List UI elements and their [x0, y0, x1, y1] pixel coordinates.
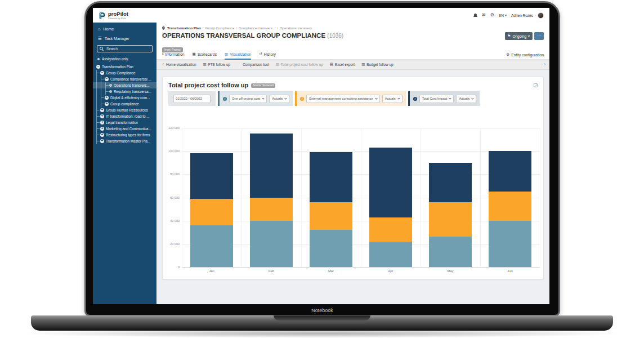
tab-history[interactable]: ↺History: [259, 52, 276, 60]
bar-segment-total-cost-impact[interactable]: [190, 153, 233, 198]
search-icon: [237, 63, 241, 66]
expand-node-icon[interactable]: +: [105, 102, 109, 106]
status-button[interactable]: ⚑ Ongoing: [505, 32, 533, 40]
tree-item-group-compliance[interactable]: −Group Compliance: [93, 70, 156, 76]
breadcrumb-item-transformation-plan[interactable]: Transformation Plan: [167, 26, 201, 30]
entity-configuration-label: Entity configuration: [511, 53, 544, 57]
mode-select[interactable]: Actuals: [382, 95, 402, 103]
subtab-label: Home visualisation: [166, 63, 196, 66]
expand-node-icon[interactable]: +: [100, 139, 104, 143]
user-name[interactable]: Adrien Rozès: [511, 14, 533, 17]
subtab-home-visualisation[interactable]: ⌂Home visualisation: [162, 63, 196, 66]
info-icon[interactable]: i: [300, 97, 304, 101]
sidebar-item-home[interactable]: ⌂ Home: [93, 24, 156, 34]
collapse-icon[interactable]: −: [100, 71, 104, 75]
metric-select[interactable]: Total Cost Impact: [419, 95, 454, 103]
mode-select[interactable]: Actuals: [269, 95, 289, 103]
language-selector[interactable]: EN: [499, 14, 507, 17]
tree-item-transformation-plan[interactable]: −Transformation Plan: [93, 64, 156, 70]
y-axis-tick: 100 000: [164, 149, 180, 153]
bar-segment-external-management-consulting-assistance[interactable]: [429, 202, 472, 237]
bar-segment-one-off-project-cost[interactable]: [310, 230, 352, 267]
sidebar-item-task-manager[interactable]: ☰ Task Manager: [93, 34, 156, 43]
collapse-icon[interactable]: −: [96, 65, 100, 69]
home-icon: ⌂: [162, 63, 164, 66]
metric-select[interactable]: External management consulting assistanc…: [306, 95, 379, 103]
bar-segment-external-management-consulting-assistance[interactable]: [310, 202, 352, 230]
subtab-label: Comparison tool: [243, 63, 269, 66]
tree-item-legal-transformation[interactable]: +Legal transformation: [93, 119, 156, 126]
bar-segment-external-management-consulting-assistance[interactable]: [489, 192, 531, 220]
bar-segment-one-off-project-cost[interactable]: [190, 225, 233, 267]
expand-node-icon[interactable]: +: [100, 121, 104, 124]
breadcrumb-item-operations-transvers[interactable]: Operations transvers...: [280, 26, 315, 30]
avatar[interactable]: [538, 12, 544, 19]
bar-segment-one-off-project-cost[interactable]: [369, 242, 412, 267]
bar-segment-one-off-project-cost[interactable]: [429, 237, 472, 267]
tree-item-operations-transvers[interactable]: Operations transvers...: [93, 82, 156, 88]
metric-select[interactable]: One off project cost: [229, 95, 267, 103]
tabs-row: ℹInformation▦Scorecards▥Visualization↺Hi…: [156, 50, 549, 60]
tree-item-restructuring-types-for-firms[interactable]: +Restructuring types for firms: [93, 132, 156, 138]
mail-icon[interactable]: ✉: [482, 13, 486, 17]
date-range-input[interactable]: [173, 95, 211, 103]
tabs: ℹInformation▦Scorecards▥Visualization↺Hi…: [162, 52, 276, 59]
more-actions-button[interactable]: ⋯: [534, 32, 544, 40]
expand-node-icon[interactable]: +: [100, 108, 104, 112]
gears-icon: ⚙: [506, 53, 509, 57]
tree-item-label: Transformation Master Pla...: [106, 139, 150, 143]
logo: proPilot Powered by iPalia: [98, 11, 128, 20]
bell-icon[interactable]: [473, 14, 477, 17]
page-title-text: OPERATIONS TRANSVERSAL GROUP COMPLIANCE: [162, 32, 325, 39]
expand-node-icon[interactable]: +: [105, 96, 109, 100]
tree-item-group-compliance[interactable]: +Group compliance: [93, 101, 156, 107]
collapse-icon[interactable]: −: [105, 77, 109, 81]
flag-icon: ⚑: [508, 34, 511, 38]
expand-node-icon[interactable]: +: [100, 114, 104, 118]
bar-segment-external-management-consulting-assistance[interactable]: [250, 198, 293, 221]
entity-configuration-button[interactable]: ⚙ Entity configuration: [506, 53, 544, 59]
info-icon: ℹ: [162, 52, 163, 56]
bar-segment-one-off-project-cost[interactable]: [489, 221, 531, 267]
subtab-budget-follow-up[interactable]: ▥Budget follow up: [361, 63, 393, 66]
expand-icon[interactable]: [534, 83, 538, 87]
subtab-total-project-cost-follow-up[interactable]: ▥Total project cost follow up: [276, 63, 323, 66]
tree-item-marketing-and-communica[interactable]: +Marketing and Communica...: [93, 126, 156, 132]
subtab-fte-follow-up[interactable]: ▥FTE follow-up: [203, 63, 231, 66]
bar-segment-total-cost-impact[interactable]: [369, 148, 412, 217]
tree-item-compliance-transversal[interactable]: −Compliance transversal ...: [93, 76, 156, 82]
info-icon[interactable]: i: [413, 97, 417, 101]
bar-segment-external-management-consulting-assistance[interactable]: [190, 199, 233, 225]
bar-segment-one-off-project-cost[interactable]: [250, 221, 293, 267]
mode-select[interactable]: Actuals: [456, 95, 476, 103]
subtab-excel-export[interactable]: ▤Excel export: [330, 63, 355, 66]
expand-node-icon[interactable]: +: [100, 127, 104, 131]
tree-item-transformation-master-pla[interactable]: +Transformation Master Pla...: [93, 138, 156, 144]
assignation-only-toggle[interactable]: Assignation only: [93, 55, 156, 64]
bar-segment-external-management-consulting-assistance[interactable]: [369, 217, 412, 242]
settings-icon[interactable]: ⚙: [490, 13, 494, 17]
tab-visualization[interactable]: ▥Visualization: [225, 52, 251, 60]
breadcrumb-item-group-compliance[interactable]: Group Compliance: [205, 26, 235, 30]
tree-item-label: Marketing and Communica...: [106, 127, 151, 131]
tree-item-it-transformation-road-to[interactable]: +IT transformation: road to ...: [93, 113, 156, 119]
tab-information[interactable]: ℹInformation: [162, 52, 185, 60]
expand-node-icon[interactable]: +: [100, 133, 104, 137]
laptop-base: [31, 315, 613, 331]
tab-scorecards[interactable]: ▦Scorecards: [193, 52, 217, 60]
search-input[interactable]: [105, 46, 150, 51]
subtab-label: Total project cost follow up: [281, 63, 323, 66]
info-icon[interactable]: i: [223, 97, 227, 101]
subtab-label: Excel export: [335, 63, 355, 66]
mode-select-value: Actuals: [272, 97, 283, 100]
bar-segment-total-cost-impact[interactable]: [489, 151, 531, 192]
bar-segment-total-cost-impact[interactable]: [250, 134, 293, 197]
subtabs-scroll-right[interactable]: ›: [544, 62, 545, 67]
tree-item-regulatory-transversa[interactable]: Regulatory transversa...: [93, 88, 156, 95]
tree-item-group-human-ressources[interactable]: +Group Human Ressources: [93, 107, 156, 113]
breadcrumb-item-compliance-transvers[interactable]: Compliance transvers...: [239, 26, 275, 30]
bar-segment-total-cost-impact[interactable]: [429, 163, 472, 202]
subtab-comparison-tool[interactable]: Comparison tool: [237, 63, 269, 66]
tree-item-digital-efficiency-com[interactable]: +Digital & efficiency com...: [93, 95, 156, 101]
bar-segment-total-cost-impact[interactable]: [310, 152, 352, 202]
